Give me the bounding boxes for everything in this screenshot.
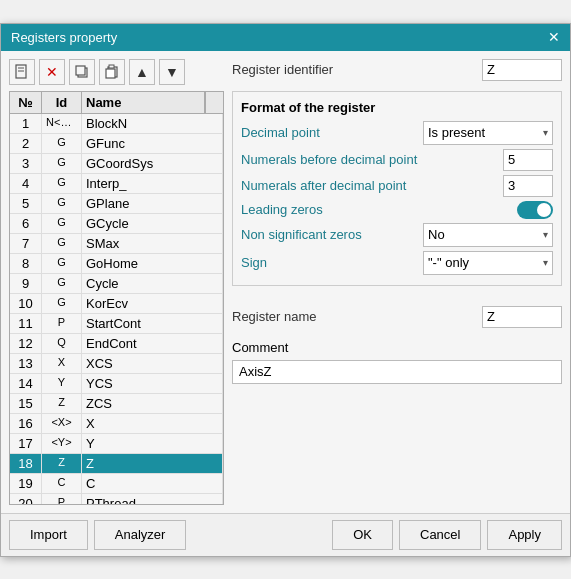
cell-id: P [42, 314, 82, 333]
cell-name: GoHome [82, 254, 223, 273]
format-section: Format of the register Decimal point Is … [232, 91, 562, 286]
title-bar: Registers property ✕ [1, 24, 570, 51]
table-row[interactable]: 13XXCS [10, 354, 223, 374]
svg-rect-4 [76, 66, 85, 75]
cell-name: Cycle [82, 274, 223, 293]
header-id: Id [42, 92, 82, 113]
table-row[interactable]: 5GGPlane [10, 194, 223, 214]
cell-num: 11 [10, 314, 42, 333]
table-row[interactable]: 9GCycle [10, 274, 223, 294]
numerals-after-input[interactable] [503, 175, 553, 197]
decimal-point-row: Decimal point Is present ▾ [241, 121, 553, 145]
cell-id: G [42, 294, 82, 313]
sign-dropdown[interactable]: "-" only ▾ [423, 251, 553, 275]
new-button[interactable] [9, 59, 35, 85]
cell-name: BlockN [82, 114, 223, 133]
table-row[interactable]: 18ZZ [10, 454, 223, 474]
move-up-button[interactable]: ▲ [129, 59, 155, 85]
non-significant-zeros-row: Non significant zeros No ▾ [241, 223, 553, 247]
table-row[interactable]: 20PPThread [10, 494, 223, 504]
table-row[interactable]: 17<Y>Y [10, 434, 223, 454]
register-table: № Id Name 1N<N>@<..BlockN2GGFunc3GGCoord… [9, 91, 224, 505]
cell-id: G [42, 194, 82, 213]
format-section-title: Format of the register [241, 100, 553, 115]
svg-rect-6 [109, 65, 114, 68]
cell-num: 1 [10, 114, 42, 133]
cell-id: Z [42, 454, 82, 473]
apply-button[interactable]: Apply [487, 520, 562, 550]
delete-button[interactable]: ✕ [39, 59, 65, 85]
numerals-after-row: Numerals after decimal point [241, 175, 553, 197]
cell-name: EndCont [82, 334, 223, 353]
cell-id: G [42, 154, 82, 173]
cell-num: 9 [10, 274, 42, 293]
dialog-title: Registers property [11, 30, 117, 45]
cell-num: 20 [10, 494, 42, 504]
paste-button[interactable] [99, 59, 125, 85]
close-button[interactable]: ✕ [548, 30, 560, 44]
table-row[interactable]: 19CC [10, 474, 223, 494]
numerals-before-label: Numerals before decimal point [241, 152, 503, 167]
table-row[interactable]: 12QEndCont [10, 334, 223, 354]
decimal-point-value: Is present [428, 125, 485, 140]
cell-name: ZCS [82, 394, 223, 413]
cell-id: G [42, 214, 82, 233]
chevron-down-icon: ▾ [543, 127, 548, 138]
cell-num: 4 [10, 174, 42, 193]
comment-input[interactable] [232, 360, 562, 384]
left-panel: ✕ ▲ ▼ № Id Name [9, 59, 224, 505]
register-identifier-input[interactable] [482, 59, 562, 81]
register-name-row: Register name [232, 306, 562, 328]
toolbar: ✕ ▲ ▼ [9, 59, 224, 85]
table-row[interactable]: 2GGFunc [10, 134, 223, 154]
bottom-bar: Import Analyzer OK Cancel Apply [1, 513, 570, 556]
move-down-button[interactable]: ▼ [159, 59, 185, 85]
cell-id: G [42, 254, 82, 273]
header-num: № [10, 92, 42, 113]
table-row[interactable]: 11PStartCont [10, 314, 223, 334]
sign-row: Sign "-" only ▾ [241, 251, 553, 275]
table-row[interactable]: 15ZZCS [10, 394, 223, 414]
table-row[interactable]: 4GInterp_ [10, 174, 223, 194]
table-row[interactable]: 3GGCoordSys [10, 154, 223, 174]
numerals-before-row: Numerals before decimal point [241, 149, 553, 171]
register-identifier-row: Register identifier [232, 59, 562, 81]
decimal-point-dropdown[interactable]: Is present ▾ [423, 121, 553, 145]
non-significant-zeros-dropdown[interactable]: No ▾ [423, 223, 553, 247]
bottom-left-buttons: Import Analyzer [9, 520, 186, 550]
svg-rect-7 [106, 69, 115, 78]
registers-property-dialog: Registers property ✕ ✕ ▲ ▼ [0, 23, 571, 557]
table-row[interactable]: 10GKorEcv [10, 294, 223, 314]
cell-name: YCS [82, 374, 223, 393]
import-button[interactable]: Import [9, 520, 88, 550]
header-name: Name [82, 92, 205, 113]
table-header: № Id Name [10, 92, 223, 114]
cell-num: 7 [10, 234, 42, 253]
table-row[interactable]: 8GGoHome [10, 254, 223, 274]
leading-zeros-row: Leading zeros [241, 201, 553, 219]
numerals-before-input[interactable] [503, 149, 553, 171]
cell-num: 8 [10, 254, 42, 273]
copy-button[interactable] [69, 59, 95, 85]
table-row[interactable]: 14YYCS [10, 374, 223, 394]
table-row[interactable]: 16<X>X [10, 414, 223, 434]
table-row[interactable]: 7GSMax [10, 234, 223, 254]
register-name-input[interactable] [482, 306, 562, 328]
table-row[interactable]: 1N<N>@<..BlockN [10, 114, 223, 134]
cell-id: <X> [42, 414, 82, 433]
main-content: ✕ ▲ ▼ № Id Name [1, 51, 570, 513]
table-row[interactable]: 6GGCycle [10, 214, 223, 234]
table-body: 1N<N>@<..BlockN2GGFunc3GGCoordSys4GInter… [10, 114, 223, 504]
cell-num: 18 [10, 454, 42, 473]
analyzer-button[interactable]: Analyzer [94, 520, 187, 550]
chevron-down-icon-3: ▾ [543, 257, 548, 268]
ok-button[interactable]: OK [332, 520, 393, 550]
leading-zeros-toggle[interactable] [517, 201, 553, 219]
cancel-button[interactable]: Cancel [399, 520, 481, 550]
cell-name: Interp_ [82, 174, 223, 193]
numerals-after-label: Numerals after decimal point [241, 178, 503, 193]
cell-name: PThread [82, 494, 223, 504]
cell-name: GPlane [82, 194, 223, 213]
cell-id: P [42, 494, 82, 504]
chevron-down-icon-2: ▾ [543, 229, 548, 240]
